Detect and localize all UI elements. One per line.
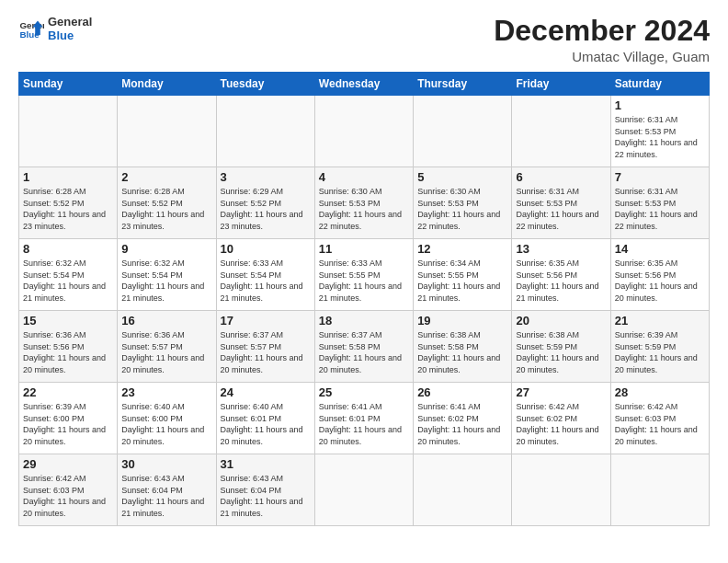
day-number: 15 <box>23 314 113 327</box>
calendar-cell: 11Sunrise: 6:33 AMSunset: 5:55 PMDayligh… <box>314 239 413 311</box>
calendar-cell: 23Sunrise: 6:40 AMSunset: 6:00 PMDayligh… <box>118 383 216 454</box>
day-info: Sunrise: 6:42 AMSunset: 6:03 PMDaylight:… <box>23 473 113 519</box>
day-number: 30 <box>121 457 211 471</box>
day-info: Sunrise: 6:42 AMSunset: 6:02 PMDaylight:… <box>516 401 606 447</box>
day-info: Sunrise: 6:31 AMSunset: 5:53 PMDaylight:… <box>615 114 705 160</box>
calendar-cell: 30Sunrise: 6:43 AMSunset: 6:04 PMDayligh… <box>118 454 216 526</box>
calendar-cell: 29Sunrise: 6:42 AMSunset: 6:03 PMDayligh… <box>19 454 118 526</box>
day-number: 12 <box>417 242 507 256</box>
day-number: 16 <box>121 314 211 327</box>
day-number: 21 <box>615 314 705 327</box>
calendar-cell <box>314 96 413 167</box>
day-number: 13 <box>516 242 606 256</box>
calendar-cell: 22Sunrise: 6:39 AMSunset: 6:00 PMDayligh… <box>19 383 118 454</box>
week-row-4: 22Sunrise: 6:39 AMSunset: 6:00 PMDayligh… <box>19 383 710 454</box>
day-number: 25 <box>319 385 409 399</box>
calendar-cell: 25Sunrise: 6:41 AMSunset: 6:01 PMDayligh… <box>314 383 413 454</box>
day-info: Sunrise: 6:30 AMSunset: 5:53 PMDaylight:… <box>417 186 507 232</box>
day-info: Sunrise: 6:36 AMSunset: 5:56 PMDaylight:… <box>23 329 113 375</box>
day-info: Sunrise: 6:43 AMSunset: 6:04 PMDaylight:… <box>221 473 311 519</box>
col-header-wednesday: Wednesday <box>314 73 413 96</box>
day-info: Sunrise: 6:28 AMSunset: 5:52 PMDaylight:… <box>121 186 211 232</box>
col-header-sunday: Sunday <box>19 73 118 96</box>
calendar-cell <box>314 454 413 526</box>
day-info: Sunrise: 6:41 AMSunset: 6:01 PMDaylight:… <box>319 401 409 447</box>
day-number: 28 <box>615 385 705 399</box>
header: General Blue General Blue December 2024 … <box>18 15 710 64</box>
day-info: Sunrise: 6:36 AMSunset: 5:57 PMDaylight:… <box>121 329 211 375</box>
calendar-cell: 1Sunrise: 6:31 AMSunset: 5:53 PMDaylight… <box>610 96 709 167</box>
location: Umatac Village, Guam <box>494 49 710 64</box>
day-number: 1 <box>615 98 705 112</box>
calendar-cell: 17Sunrise: 6:37 AMSunset: 5:57 PMDayligh… <box>216 311 314 383</box>
col-header-thursday: Thursday <box>414 73 512 96</box>
day-info: Sunrise: 6:43 AMSunset: 6:04 PMDaylight:… <box>121 473 211 519</box>
day-info: Sunrise: 6:37 AMSunset: 5:57 PMDaylight:… <box>221 329 311 375</box>
calendar-cell: 20Sunrise: 6:38 AMSunset: 5:59 PMDayligh… <box>512 311 610 383</box>
day-info: Sunrise: 6:35 AMSunset: 5:56 PMDaylight:… <box>615 258 705 304</box>
day-info: Sunrise: 6:35 AMSunset: 5:56 PMDaylight:… <box>516 258 606 304</box>
day-info: Sunrise: 6:39 AMSunset: 6:00 PMDaylight:… <box>23 401 113 447</box>
day-number: 22 <box>23 385 113 399</box>
week-row-3: 15Sunrise: 6:36 AMSunset: 5:56 PMDayligh… <box>19 311 710 383</box>
day-info: Sunrise: 6:34 AMSunset: 5:55 PMDaylight:… <box>417 258 507 304</box>
day-number: 19 <box>417 314 507 327</box>
logo: General Blue General Blue <box>18 15 92 42</box>
calendar-body: 1Sunrise: 6:31 AMSunset: 5:53 PMDaylight… <box>19 96 710 526</box>
day-number: 10 <box>221 242 311 256</box>
day-number: 2 <box>121 170 211 184</box>
day-info: Sunrise: 6:32 AMSunset: 5:54 PMDaylight:… <box>121 258 211 304</box>
calendar-cell: 10Sunrise: 6:33 AMSunset: 5:54 PMDayligh… <box>216 239 314 311</box>
week-row-5: 29Sunrise: 6:42 AMSunset: 6:03 PMDayligh… <box>19 454 710 526</box>
day-number: 31 <box>221 457 311 471</box>
day-number: 3 <box>221 170 311 184</box>
calendar-cell <box>414 454 512 526</box>
day-number: 26 <box>417 385 507 399</box>
calendar-cell <box>19 96 118 167</box>
calendar-cell: 12Sunrise: 6:34 AMSunset: 5:55 PMDayligh… <box>414 239 512 311</box>
logo-icon: General Blue <box>18 16 44 41</box>
logo-line1: General <box>48 15 92 29</box>
calendar-cell: 4Sunrise: 6:30 AMSunset: 5:53 PMDaylight… <box>314 167 413 239</box>
week-row-2: 8Sunrise: 6:32 AMSunset: 5:54 PMDaylight… <box>19 239 710 311</box>
calendar-cell: 13Sunrise: 6:35 AMSunset: 5:56 PMDayligh… <box>512 239 610 311</box>
calendar-cell: 14Sunrise: 6:35 AMSunset: 5:56 PMDayligh… <box>610 239 709 311</box>
day-info: Sunrise: 6:41 AMSunset: 6:02 PMDaylight:… <box>417 401 507 447</box>
calendar-cell: 21Sunrise: 6:39 AMSunset: 5:59 PMDayligh… <box>610 311 709 383</box>
calendar-cell: 18Sunrise: 6:37 AMSunset: 5:58 PMDayligh… <box>314 311 413 383</box>
col-header-friday: Friday <box>512 73 610 96</box>
month-title: December 2024 <box>494 15 710 47</box>
day-number: 9 <box>121 242 211 256</box>
week-row-1: 1Sunrise: 6:28 AMSunset: 5:52 PMDaylight… <box>19 167 710 239</box>
calendar-cell: 26Sunrise: 6:41 AMSunset: 6:02 PMDayligh… <box>414 383 512 454</box>
day-number: 5 <box>417 170 507 184</box>
day-number: 17 <box>221 314 311 327</box>
col-header-saturday: Saturday <box>610 73 709 96</box>
day-info: Sunrise: 6:30 AMSunset: 5:53 PMDaylight:… <box>319 186 409 232</box>
day-number: 20 <box>516 314 606 327</box>
day-info: Sunrise: 6:40 AMSunset: 6:01 PMDaylight:… <box>221 401 311 447</box>
day-info: Sunrise: 6:33 AMSunset: 5:54 PMDaylight:… <box>221 258 311 304</box>
day-number: 18 <box>319 314 409 327</box>
calendar-cell: 9Sunrise: 6:32 AMSunset: 5:54 PMDaylight… <box>118 239 216 311</box>
col-header-monday: Monday <box>118 73 216 96</box>
calendar-cell: 8Sunrise: 6:32 AMSunset: 5:54 PMDaylight… <box>19 239 118 311</box>
calendar-header-row: SundayMondayTuesdayWednesdayThursdayFrid… <box>19 73 710 96</box>
day-number: 4 <box>319 170 409 184</box>
day-number: 11 <box>319 242 409 256</box>
calendar-cell <box>414 96 512 167</box>
day-info: Sunrise: 6:38 AMSunset: 5:59 PMDaylight:… <box>516 329 606 375</box>
day-number: 14 <box>615 242 705 256</box>
col-header-tuesday: Tuesday <box>216 73 314 96</box>
calendar-cell: 31Sunrise: 6:43 AMSunset: 6:04 PMDayligh… <box>216 454 314 526</box>
day-number: 27 <box>516 385 606 399</box>
calendar-cell: 16Sunrise: 6:36 AMSunset: 5:57 PMDayligh… <box>118 311 216 383</box>
calendar-cell: 19Sunrise: 6:38 AMSunset: 5:58 PMDayligh… <box>414 311 512 383</box>
calendar-cell: 5Sunrise: 6:30 AMSunset: 5:53 PMDaylight… <box>414 167 512 239</box>
calendar-cell <box>512 96 610 167</box>
day-info: Sunrise: 6:33 AMSunset: 5:55 PMDaylight:… <box>319 258 409 304</box>
calendar-cell <box>610 454 709 526</box>
day-info: Sunrise: 6:31 AMSunset: 5:53 PMDaylight:… <box>615 186 705 232</box>
day-number: 29 <box>23 457 113 471</box>
day-number: 24 <box>221 385 311 399</box>
